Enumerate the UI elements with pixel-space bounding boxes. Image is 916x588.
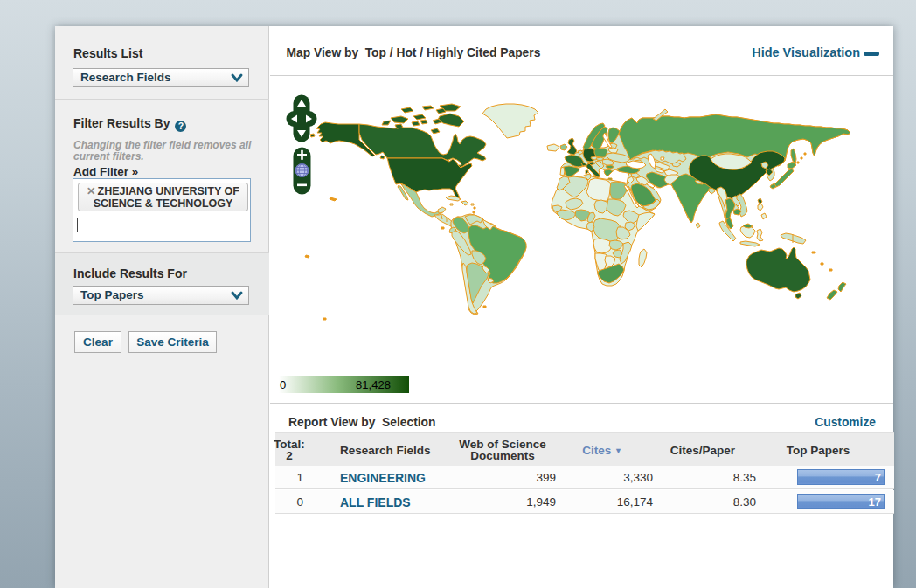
svg-text:81,428: 81,428 <box>356 378 391 391</box>
svg-text:0: 0 <box>280 378 286 391</box>
